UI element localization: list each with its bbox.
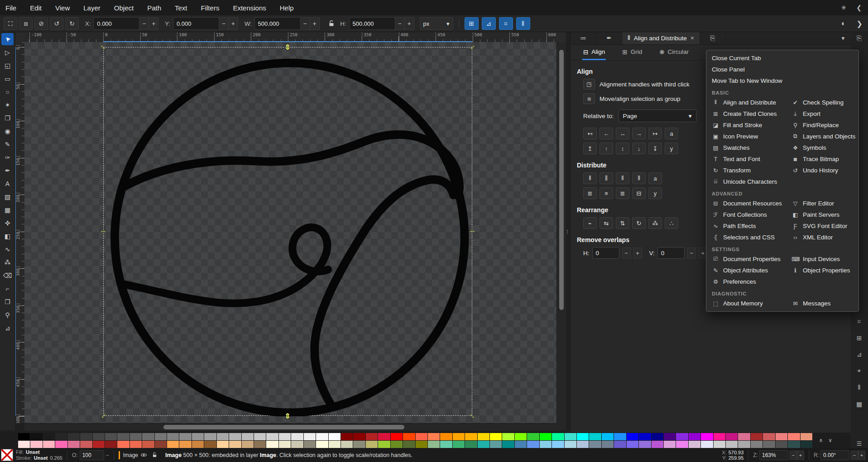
palette-swatch[interactable]: [614, 441, 626, 448]
palette-swatch[interactable]: [453, 433, 465, 440]
center-horizontal-axis-button[interactable]: ↕: [616, 143, 629, 154]
snap-distribution-toggle[interactable]: ⫴: [516, 17, 530, 30]
palette-swatch[interactable]: [801, 433, 812, 440]
palette-swatch[interactable]: [204, 433, 216, 440]
palette-swatch[interactable]: [353, 441, 365, 448]
distribute-centers-v-button[interactable]: ≡: [599, 187, 613, 199]
tool-rectangle[interactable]: ▭: [1, 72, 14, 85]
palette-swatch[interactable]: [353, 433, 365, 440]
palette-swatch[interactable]: [664, 441, 676, 448]
unit-selector[interactable]: px ▾: [420, 17, 453, 30]
zoom-decrement[interactable]: −: [790, 451, 797, 460]
rotate-cw-button[interactable]: ↻: [65, 17, 79, 30]
context-menu-item[interactable]: ∿Path Effects: [706, 220, 786, 232]
palette-swatch[interactable]: [68, 433, 80, 440]
palette-swatch[interactable]: [403, 433, 415, 440]
tool-3d-box[interactable]: ❒: [1, 112, 14, 124]
distribute-bottom-edges-button[interactable]: ≣: [616, 187, 629, 199]
context-menu-item[interactable]: ▤Swatches: [706, 142, 786, 153]
snap-nodes-toggle[interactable]: ⊿: [482, 17, 496, 30]
menubar-item[interactable]: View: [55, 4, 70, 12]
palette-swatch[interactable]: [540, 441, 551, 448]
palette-swatch[interactable]: [179, 433, 191, 440]
palette-swatch[interactable]: [689, 441, 700, 448]
palette-swatch[interactable]: [192, 433, 204, 440]
palette-scroll-down-icon[interactable]: ∨: [828, 437, 832, 443]
context-menu-item[interactable]: ▣Icon Preview: [706, 131, 786, 142]
palette-swatch[interactable]: [217, 441, 229, 448]
snap-nodes-icon[interactable]: ⊿: [857, 351, 862, 358]
palette-swatch[interactable]: [552, 433, 564, 440]
vertical-scrollbar-thumb[interactable]: [559, 50, 564, 310]
context-menu-item[interactable]: ❖Symbols: [786, 142, 861, 153]
center-vertical-axis-button[interactable]: ↔: [616, 128, 629, 139]
tool-selector[interactable]: ➤: [1, 33, 14, 45]
x-input[interactable]: 0.000: [93, 17, 139, 30]
snap-global-icon[interactable]: ⌗: [858, 318, 861, 325]
palette-swatch[interactable]: [204, 441, 216, 448]
dialog-tab-fill-stroke[interactable]: ✒: [596, 32, 622, 44]
palette-swatch[interactable]: [751, 441, 762, 448]
rotate-positions-button[interactable]: ↻: [632, 217, 646, 229]
width-input[interactable]: 500.000: [254, 17, 301, 30]
context-menu-item[interactable]: ⊞Create Tiled Clones: [706, 108, 786, 119]
palette-swatch[interactable]: [453, 441, 465, 448]
menubar-collapse-icon[interactable]: ❮: [856, 4, 862, 11]
tool-node-editor[interactable]: ▷: [1, 46, 14, 58]
palette-swatch[interactable]: [217, 433, 229, 440]
palette-menu-icon[interactable]: ☰: [857, 440, 862, 447]
palette-swatch[interactable]: [478, 441, 489, 448]
palette-swatch[interactable]: [341, 433, 353, 440]
palette-swatch[interactable]: [167, 441, 179, 448]
tab-circular[interactable]: ❋ Circular: [658, 45, 690, 60]
w-increment-button[interactable]: +: [310, 17, 320, 30]
rearrange-as-graph-button[interactable]: ⌁: [583, 217, 597, 229]
unclump-button[interactable]: ∴: [665, 217, 678, 229]
menubar-item[interactable]: File: [5, 4, 16, 12]
layer-visibility-icon[interactable]: [140, 452, 147, 458]
context-menu-item[interactable]: Close Current Tab: [706, 52, 858, 64]
align-left-to-anchor-button[interactable]: ↤: [583, 128, 597, 139]
context-menu-item[interactable]: ℱFont Collections: [706, 209, 786, 220]
page-selection-box[interactable]: [103, 47, 472, 416]
context-menu-item[interactable]: ⚲Find/Replace: [786, 119, 861, 131]
palette-swatch[interactable]: [391, 441, 403, 448]
menubar-item[interactable]: Text: [175, 4, 187, 12]
exchange-z-order-button[interactable]: ⇅: [616, 217, 629, 229]
palette-swatch[interactable]: [366, 441, 378, 448]
tab-grid[interactable]: ⊞ Grid: [621, 45, 643, 60]
palette-swatch[interactable]: [639, 433, 651, 440]
context-menu-item[interactable]: ↻Transform: [706, 165, 786, 176]
alignment-handles-icon[interactable]: ◳: [583, 79, 595, 90]
no-paint-swatch[interactable]: [1, 449, 13, 461]
palette-swatch[interactable]: [192, 441, 204, 448]
tool-shape-builder[interactable]: ◱: [1, 59, 14, 71]
palette-swatch[interactable]: [788, 441, 800, 448]
palette-swatch[interactable]: [751, 433, 762, 440]
layer-lock-icon[interactable]: [152, 452, 158, 458]
tool-spiral[interactable]: ◉: [1, 125, 14, 137]
align-left-edges-button[interactable]: ←: [599, 128, 613, 139]
menubar-item[interactable]: Edit: [30, 4, 42, 12]
align-top-to-anchor-button[interactable]: ↥: [583, 143, 597, 154]
snap-alignment-toggle[interactable]: ⌗: [499, 17, 513, 30]
tool-measure[interactable]: ⊿: [1, 322, 14, 334]
palette-swatch[interactable]: [403, 441, 415, 448]
palette-swatch[interactable]: [701, 441, 713, 448]
align-text-horizontal-button[interactable]: a: [665, 128, 678, 139]
dialog-tab-align-distribute[interactable]: ⫴ Align and Distribute ×: [622, 32, 700, 44]
palette-swatch[interactable]: [527, 441, 539, 448]
palette-swatch[interactable]: [179, 441, 191, 448]
vertical-scrollbar[interactable]: [556, 42, 566, 423]
palette-swatch[interactable]: [565, 441, 576, 448]
palette-swatch[interactable]: [515, 441, 527, 448]
palette-swatch[interactable]: [515, 433, 527, 440]
palette-swatch[interactable]: [30, 441, 42, 448]
palette-swatch[interactable]: [55, 433, 67, 440]
splitter-grip-icon[interactable]: ⁞: [566, 229, 567, 235]
new-dialog-icon[interactable]: ⎘: [850, 34, 868, 42]
context-menu-item[interactable]: ⫴Align and Distribute: [706, 97, 786, 108]
palette-swatch[interactable]: [726, 433, 738, 440]
palette-swatch[interactable]: [93, 441, 105, 448]
deselect-button[interactable]: ⊘: [34, 17, 48, 30]
